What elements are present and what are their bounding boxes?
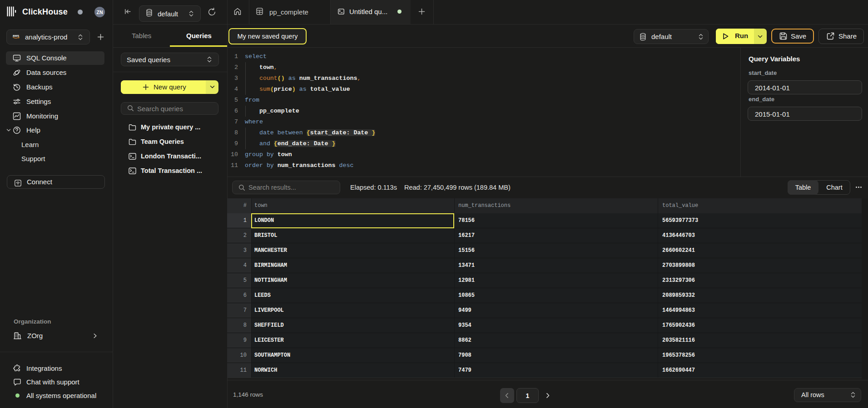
svg-text:aws: aws (13, 34, 19, 38)
